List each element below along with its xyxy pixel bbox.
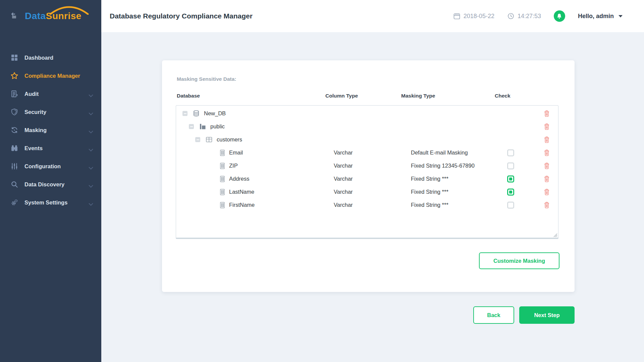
column-icon xyxy=(220,149,225,156)
calendar-icon xyxy=(453,12,461,20)
sidebar-item-label: Dashboard xyxy=(24,55,53,61)
tree-row-public: public xyxy=(176,120,558,133)
sidebar-item-configuration[interactable]: Configuration xyxy=(0,157,101,175)
tree-node-label: ZIP xyxy=(229,163,238,169)
chevron-down-icon xyxy=(89,201,93,204)
sidebar-header: DataSunrise xyxy=(0,0,101,32)
tree-row-new_db: New_DB xyxy=(176,107,558,120)
tree-node-label: New_DB xyxy=(204,110,226,117)
tree-row-lastname: LastNameVarcharFixed String *** xyxy=(176,185,558,198)
trash-icon[interactable] xyxy=(543,162,550,170)
sidebar-item-security[interactable]: Security xyxy=(0,103,101,121)
main-content: Masking Sensitive Data: Database Column … xyxy=(101,32,644,362)
sidebar-item-audit[interactable]: Audit xyxy=(0,85,101,103)
masking-panel: Masking Sensitive Data: Database Column … xyxy=(162,60,575,292)
trash-icon[interactable] xyxy=(543,110,550,117)
user-menu[interactable]: Hello, admin xyxy=(578,13,623,20)
masking-type-value: Fixed String *** xyxy=(411,202,448,208)
wizard-actions: Back Next Step xyxy=(162,306,575,324)
sidebar-item-system-settings[interactable]: System Settings xyxy=(0,193,101,212)
sidebar-item-label: Security xyxy=(24,109,46,115)
column-icon xyxy=(220,189,225,195)
sidebar-menu: Dashboard Compliance Manager Audit Secur… xyxy=(0,49,101,212)
masking-checkbox[interactable] xyxy=(507,201,514,208)
tree-row-firstname: FirstNameVarcharFixed String *** xyxy=(176,198,558,212)
chevron-down-icon xyxy=(89,165,93,168)
collapse-node-icon[interactable] xyxy=(182,111,187,116)
trash-icon[interactable] xyxy=(543,123,550,130)
sidebar-item-masking[interactable]: Masking xyxy=(0,121,101,139)
tree-node-label: FirstName xyxy=(229,202,255,208)
gears-icon xyxy=(10,198,19,207)
time-value: 14:27:53 xyxy=(518,13,541,20)
tree-row-customers: customers xyxy=(176,133,558,146)
tree-node-label: customers xyxy=(217,136,242,143)
audit-list-icon xyxy=(10,89,19,98)
column-type-value: Varchar xyxy=(334,149,353,156)
trash-icon[interactable] xyxy=(543,175,550,183)
user-greeting: Hello, admin xyxy=(578,13,614,20)
tree-node-label: Email xyxy=(229,149,243,156)
trash-icon[interactable] xyxy=(543,136,550,143)
logo-text-data: Data xyxy=(25,11,46,21)
sidebar-item-events[interactable]: Events xyxy=(0,139,101,157)
shield-icon xyxy=(10,108,19,116)
trash-icon[interactable] xyxy=(543,201,550,209)
masking-type-value: Fixed String *** xyxy=(411,189,448,195)
column-type-value: Varchar xyxy=(334,202,353,208)
sidebar-item-dashboard[interactable]: Dashboard xyxy=(0,49,101,67)
collapse-node-icon[interactable] xyxy=(189,124,194,129)
column-header-database: Database xyxy=(177,93,200,99)
sidebar-item-label: Events xyxy=(24,145,43,152)
column-icon xyxy=(220,163,225,169)
sidebar-item-data-discovery[interactable]: Data Discovery xyxy=(0,175,101,193)
sidebar-item-compliance-manager[interactable]: Compliance Manager xyxy=(0,67,101,85)
column-header-masking-type: Masking Type xyxy=(401,93,435,99)
database-icon xyxy=(193,110,200,117)
masking-checkbox[interactable] xyxy=(507,188,514,195)
customize-masking-button[interactable]: Customize Masking xyxy=(479,252,559,269)
resize-handle-icon[interactable] xyxy=(553,233,557,237)
column-icon xyxy=(220,176,225,182)
masking-checkbox[interactable] xyxy=(507,162,514,169)
sidebar-item-label: Compliance Manager xyxy=(24,73,80,79)
chevron-down-icon xyxy=(89,183,93,186)
next-step-button[interactable]: Next Step xyxy=(519,306,575,324)
sidebar-item-label: Data Discovery xyxy=(24,181,64,188)
masking-rotate-icon xyxy=(10,126,19,134)
back-button[interactable]: Back xyxy=(473,306,514,324)
sunrise-arc-icon xyxy=(49,3,89,15)
table-icon xyxy=(205,136,213,143)
tree-node-label: Address xyxy=(229,176,250,182)
binoculars-icon xyxy=(10,144,19,153)
masking-type-value: Fixed String *** xyxy=(411,176,448,182)
column-header-check: Check xyxy=(495,93,511,99)
trash-icon[interactable] xyxy=(543,188,550,196)
sidebar: DataSunrise Dashboard Compliance Manager… xyxy=(0,0,101,362)
masking-checkbox[interactable] xyxy=(507,175,514,182)
chevron-down-icon xyxy=(89,93,93,96)
datasunrise-logo: DataSunrise xyxy=(25,11,82,21)
star-icon xyxy=(10,71,19,80)
masking-checkbox[interactable] xyxy=(507,149,514,156)
date-value: 2018-05-22 xyxy=(464,13,494,20)
tree-row-zip: ZIPVarcharFixed String 12345-67890 xyxy=(176,159,558,172)
date-display: 2018-05-22 xyxy=(453,12,494,20)
search-icon xyxy=(10,180,19,189)
top-bar: Database Regulatory Compliance Manager 2… xyxy=(101,0,644,32)
topbar-right-group: 2018-05-22 14:27:53 Hello, admin xyxy=(453,10,623,22)
column-type-value: Varchar xyxy=(334,176,353,182)
collapse-node-icon[interactable] xyxy=(195,137,200,142)
dashboard-icon xyxy=(10,53,19,62)
sidebar-item-label: System Settings xyxy=(24,199,67,206)
masking-type-value: Default E-mail Masking xyxy=(411,149,468,156)
tree-node-label: public xyxy=(210,123,225,130)
column-type-value: Varchar xyxy=(334,189,353,195)
column-icon xyxy=(220,202,225,208)
notifications-button[interactable] xyxy=(554,10,565,22)
collapse-sidebar-icon[interactable] xyxy=(10,12,19,20)
time-display: 14:27:53 xyxy=(507,12,541,20)
sidebar-item-label: Configuration xyxy=(24,163,61,170)
chevron-down-icon xyxy=(89,147,93,150)
trash-icon[interactable] xyxy=(543,149,550,157)
